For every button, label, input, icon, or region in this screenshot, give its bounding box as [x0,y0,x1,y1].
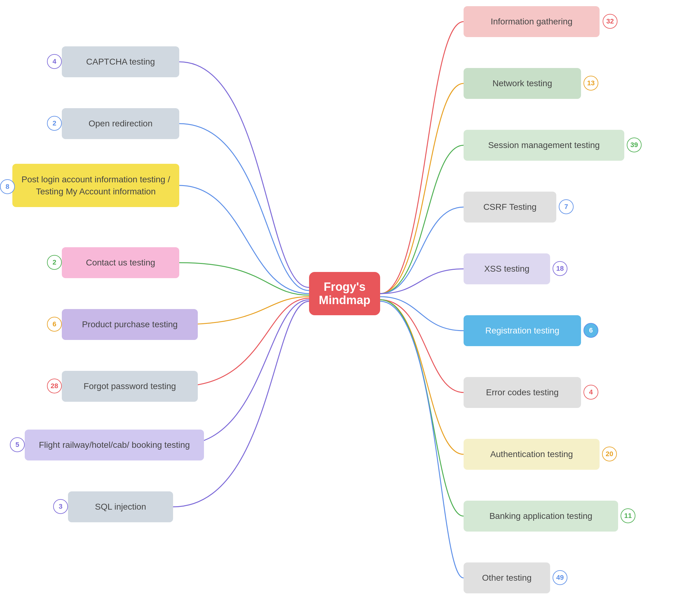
auth-label: Authentication testing [490,449,573,459]
node-open-redir[interactable]: Open redirection [62,108,179,139]
other-label: Other testing [482,573,531,583]
badge-other: 49 [553,570,568,585]
node-registration[interactable]: Registration testing [464,315,581,346]
node-flight[interactable]: Flight railway/hotel/cab/ booking testin… [25,429,204,460]
badge-banking: 11 [621,508,635,523]
badge-open-redir: 2 [47,116,62,131]
node-sql[interactable]: SQL injection [68,491,173,522]
badge-csrf: 7 [559,199,574,214]
badge-flight: 5 [10,437,25,452]
badge-info-gathering: 32 [603,14,618,29]
badge-captcha: 4 [47,54,62,69]
error-codes-label: Error codes testing [486,388,559,397]
center-label: Frogy's Mindmap [319,280,371,307]
badge-error-codes: 4 [583,385,598,400]
registration-label: Registration testing [485,326,559,335]
badge-sql: 3 [53,499,68,514]
node-forgot[interactable]: Forgot password testing [62,371,198,402]
product-label: Product purchase testing [82,320,178,329]
session-label: Session management testing [488,140,600,150]
badge-post-login: 8 [0,179,15,194]
node-network[interactable]: Network testing [464,68,581,99]
sql-label: SQL injection [95,502,146,512]
node-other[interactable]: Other testing [464,563,550,593]
captcha-label: CAPTCHA testing [86,57,155,67]
open-redir-label: Open redirection [89,119,152,129]
badge-contact: 2 [47,255,62,270]
badge-product: 6 [47,317,62,332]
contact-label: Contact us testing [86,258,155,268]
center-node: Frogy's Mindmap [309,272,380,315]
badge-network: 13 [583,76,598,91]
badge-xss: 18 [553,261,568,276]
node-info-gathering[interactable]: Information gathering [464,6,600,37]
node-post-login[interactable]: Post login account information testing /… [12,164,179,207]
badge-session: 39 [627,138,642,152]
badge-auth: 20 [602,447,617,462]
forgot-label: Forgot password testing [84,381,176,391]
banking-label: Banking application testing [489,511,592,521]
node-xss[interactable]: XSS testing [464,253,550,284]
node-session[interactable]: Session management testing [464,130,624,161]
csrf-label: CSRF Testing [483,202,536,212]
post-login-label: Post login account information testing /… [19,173,172,198]
node-captcha[interactable]: CAPTCHA testing [62,46,179,77]
xss-label: XSS testing [484,264,529,274]
node-error-codes[interactable]: Error codes testing [464,377,581,408]
node-contact[interactable]: Contact us testing [62,247,179,278]
node-product[interactable]: Product purchase testing [62,309,198,340]
badge-registration: 6 [583,323,598,338]
node-banking[interactable]: Banking application testing [464,501,618,531]
info-gathering-label: Information gathering [491,17,573,27]
flight-label: Flight railway/hotel/cab/ booking testin… [39,440,190,450]
badge-forgot: 28 [47,379,62,393]
node-auth[interactable]: Authentication testing [464,439,600,470]
node-csrf[interactable]: CSRF Testing [464,192,556,223]
network-label: Network testing [493,78,552,89]
